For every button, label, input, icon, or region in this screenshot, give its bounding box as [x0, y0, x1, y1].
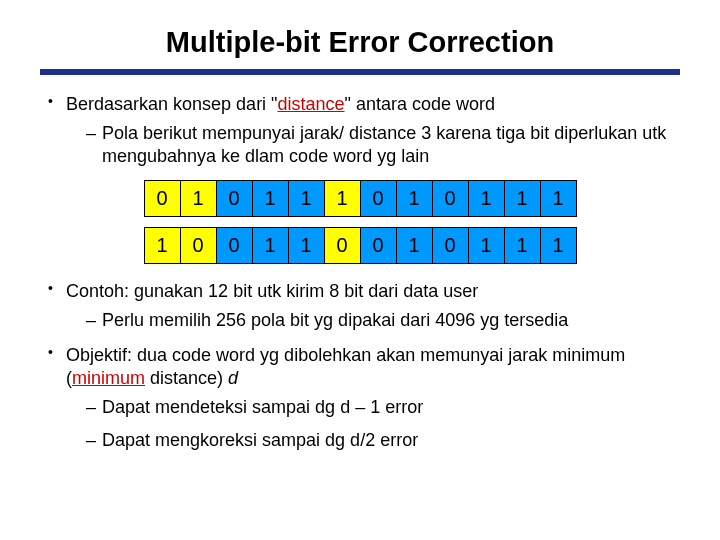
bit-cell: 1 — [180, 181, 216, 217]
bit-cell: 1 — [252, 181, 288, 217]
bullet-1-pre: Berdasarkan konsep dari " — [66, 94, 278, 114]
bullet-3-min: minimum — [72, 368, 145, 388]
row-spacer — [144, 217, 576, 228]
title-rule — [40, 69, 680, 75]
bit-cell: 1 — [288, 181, 324, 217]
bullet-1: Berdasarkan konsep dari "distance" antar… — [48, 93, 680, 168]
bullet-1-distance: distance — [278, 94, 345, 114]
bit-cell: 0 — [432, 181, 468, 217]
bit-cell: 0 — [432, 228, 468, 264]
bit-cell: 0 — [216, 181, 252, 217]
bit-cell: 1 — [324, 181, 360, 217]
bullet-3-mid: distance) — [145, 368, 228, 388]
bullet-3-sublist: Dapat mendeteksi sampai dg d – 1 error D… — [66, 396, 680, 452]
bit-cell: 1 — [504, 181, 540, 217]
bit-cell: 1 — [252, 228, 288, 264]
bit-cell: 0 — [180, 228, 216, 264]
bullet-3-sub1: Dapat mendeteksi sampai dg d – 1 error — [86, 396, 680, 419]
codeword-table: 010111010111100110010111 — [144, 180, 577, 264]
slide-title: Multiple-bit Error Correction — [40, 26, 680, 59]
bullet-3-d: d — [228, 368, 238, 388]
bit-cell: 1 — [144, 228, 180, 264]
slide: Multiple-bit Error Correction Berdasarka… — [0, 0, 720, 484]
bit-cell: 1 — [540, 181, 576, 217]
codeword-row: 100110010111 — [144, 228, 576, 264]
bit-cell: 1 — [288, 228, 324, 264]
bullet-1-sublist: Pola berikut mempunyai jarak/ distance 3… — [66, 122, 680, 168]
bullet-3-sub2: Dapat mengkoreksi sampai dg d/2 error — [86, 429, 680, 452]
bit-cell: 0 — [324, 228, 360, 264]
codeword-row: 010111010111 — [144, 181, 576, 217]
bit-cell: 0 — [360, 181, 396, 217]
bullet-1-post: " antara code word — [345, 94, 495, 114]
bit-cell: 0 — [360, 228, 396, 264]
bullet-list: Berdasarkan konsep dari "distance" antar… — [40, 93, 680, 168]
bullet-2-sub1: Perlu memilih 256 pola bit yg dipakai da… — [86, 309, 680, 332]
bullet-2: Contoh: gunakan 12 bit utk kirim 8 bit d… — [48, 280, 680, 332]
bit-cell: 1 — [468, 228, 504, 264]
bit-cell: 1 — [396, 228, 432, 264]
bullet-1-sub1: Pola berikut mempunyai jarak/ distance 3… — [86, 122, 680, 168]
bit-cell: 1 — [396, 181, 432, 217]
bullet-2-sublist: Perlu memilih 256 pola bit yg dipakai da… — [66, 309, 680, 332]
bullet-2-text: Contoh: gunakan 12 bit utk kirim 8 bit d… — [66, 281, 478, 301]
bit-cell: 1 — [468, 181, 504, 217]
bit-cell: 0 — [216, 228, 252, 264]
bullet-3: Objektif: dua code word yg dibolehkan ak… — [48, 344, 680, 452]
bit-cell: 1 — [504, 228, 540, 264]
bullet-list-2: Contoh: gunakan 12 bit utk kirim 8 bit d… — [40, 280, 680, 452]
bit-cell: 0 — [144, 181, 180, 217]
bit-cell: 1 — [540, 228, 576, 264]
